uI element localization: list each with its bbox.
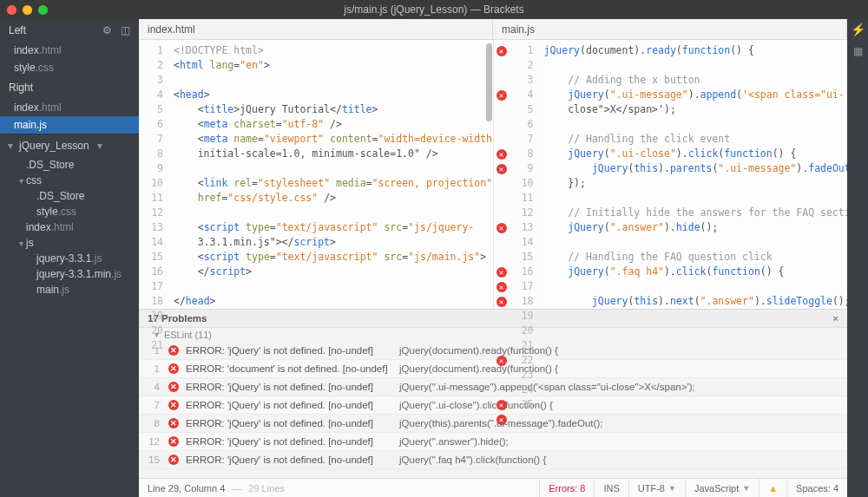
extensions-gutter: ⚡ ▦	[847, 19, 868, 497]
tree-item[interactable]: index.html	[0, 219, 139, 235]
tree-item[interactable]: style.css	[0, 204, 139, 219]
line-count: 29 Lines	[248, 483, 285, 494]
working-set-left-label: Left	[9, 24, 26, 36]
tree-item[interactable]: jquery-3.3.1.js	[0, 251, 139, 266]
editor-tab-right[interactable]: main.js	[493, 19, 847, 39]
split-icon[interactable]: ◫	[121, 24, 130, 36]
tree-item[interactable]: main.js	[0, 282, 139, 298]
extension-manager-icon[interactable]: ▦	[853, 45, 863, 57]
status-bar: Line 29, Column 4 — 29 Lines Errors: 8 I…	[139, 478, 847, 497]
lint-warning-icon[interactable]: ▲	[759, 479, 786, 498]
gear-icon[interactable]: ⚙	[102, 24, 112, 36]
editor-pane-right[interactable]: ✕✕✕✕✕✕✕✕✕✕✕ 1234567891011121314151617181…	[494, 40, 848, 309]
working-set-right-label: Right	[9, 82, 33, 94]
error-count[interactable]: Errors: 8	[539, 479, 594, 498]
maximize-window[interactable]	[38, 5, 48, 15]
encoding-select[interactable]: UTF-8▼	[628, 479, 685, 498]
working-set-item[interactable]: index.html	[0, 99, 139, 116]
tree-item[interactable]: ▾css	[0, 173, 139, 188]
close-icon[interactable]: ×	[832, 313, 838, 324]
working-set-item[interactable]: main.js	[0, 116, 139, 134]
editor-tab-left[interactable]: index.html	[139, 19, 493, 39]
live-preview-icon[interactable]: ⚡	[851, 23, 865, 36]
cursor-position[interactable]: Line 29, Column 4	[148, 483, 225, 494]
titlebar: js/main.js (jQuery_Lesson) — Brackets	[0, 0, 868, 19]
editor-pane-left[interactable]: 123456789101112131415161718192021 <!DOCT…	[139, 40, 494, 309]
chevron-down-icon: ▾	[96, 140, 103, 152]
tree-item[interactable]: ▾js	[0, 235, 139, 251]
tree-item[interactable]: .DS_Store	[0, 157, 139, 173]
insert-mode[interactable]: INS	[594, 479, 628, 498]
tree-item[interactable]: jquery-3.3.1.min.js	[0, 266, 139, 282]
working-set-item[interactable]: style.css	[0, 59, 139, 76]
language-select[interactable]: JavaScript▼	[685, 479, 759, 498]
project-root[interactable]: ▾ jQuery_Lesson ▾	[0, 134, 139, 157]
close-window[interactable]	[7, 5, 16, 15]
chevron-down-icon: ▾	[7, 140, 14, 152]
working-set-item[interactable]: index.html	[0, 42, 139, 59]
status-separator: —	[232, 483, 241, 494]
problem-row[interactable]: 12✕ERROR: 'jQuery' is not defined. [no-u…	[139, 433, 847, 451]
tree-item[interactable]: .DS_Store	[0, 188, 139, 204]
minimize-window[interactable]	[23, 5, 32, 15]
window-title: js/main.js (jQuery_Lesson) — Brackets	[0, 3, 868, 16]
sidebar: Left ⚙ ◫ index.htmlstyle.css Right index…	[0, 19, 139, 497]
indent-select[interactable]: Spaces: 4	[786, 479, 847, 498]
project-name: jQuery_Lesson	[19, 140, 89, 152]
scrollbar[interactable]	[486, 43, 492, 121]
problem-row[interactable]: 15✕ERROR: 'jQuery' is not defined. [no-u…	[139, 451, 847, 469]
